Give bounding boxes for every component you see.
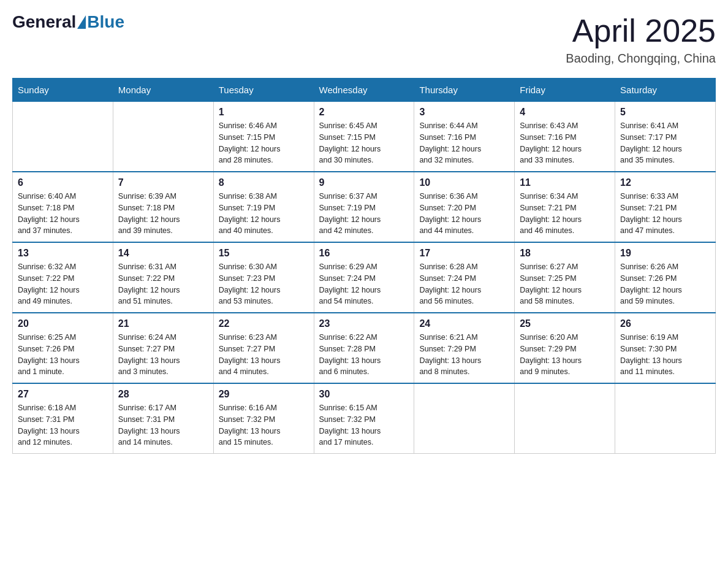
weekday-header-tuesday: Tuesday — [213, 79, 314, 102]
day-info: Sunrise: 6:37 AM Sunset: 7:19 PM Dayligh… — [319, 191, 409, 237]
day-info: Sunrise: 6:21 AM Sunset: 7:29 PM Dayligh… — [419, 332, 509, 378]
calendar-cell: 24Sunrise: 6:21 AM Sunset: 7:29 PM Dayli… — [414, 313, 515, 383]
day-number: 18 — [520, 248, 610, 259]
day-number: 17 — [419, 248, 509, 259]
calendar-cell: 7Sunrise: 6:39 AM Sunset: 7:18 PM Daylig… — [113, 172, 213, 242]
day-number: 13 — [18, 248, 108, 259]
day-info: Sunrise: 6:38 AM Sunset: 7:19 PM Dayligh… — [219, 191, 309, 237]
day-info: Sunrise: 6:40 AM Sunset: 7:18 PM Dayligh… — [18, 191, 108, 237]
logo-blue-text: Blue — [87, 12, 124, 32]
calendar-cell: 13Sunrise: 6:32 AM Sunset: 7:22 PM Dayli… — [13, 242, 113, 313]
month-title: April 2025 — [566, 12, 716, 49]
calendar-cell: 25Sunrise: 6:20 AM Sunset: 7:29 PM Dayli… — [515, 313, 615, 383]
logo: General Blue — [12, 12, 124, 32]
day-info: Sunrise: 6:28 AM Sunset: 7:24 PM Dayligh… — [419, 261, 509, 307]
day-number: 4 — [520, 107, 610, 118]
calendar-cell — [515, 383, 615, 454]
day-number: 19 — [620, 248, 710, 259]
calendar-cell: 20Sunrise: 6:25 AM Sunset: 7:26 PM Dayli… — [13, 313, 113, 383]
day-number: 30 — [319, 389, 409, 400]
day-info: Sunrise: 6:24 AM Sunset: 7:27 PM Dayligh… — [118, 332, 208, 378]
day-info: Sunrise: 6:17 AM Sunset: 7:31 PM Dayligh… — [118, 402, 208, 448]
day-number: 7 — [118, 177, 208, 188]
weekday-header-monday: Monday — [113, 79, 213, 102]
calendar-cell: 5Sunrise: 6:41 AM Sunset: 7:17 PM Daylig… — [615, 102, 716, 172]
calendar-cell: 11Sunrise: 6:34 AM Sunset: 7:21 PM Dayli… — [515, 172, 615, 242]
location-label: Baoding, Chongqing, China — [566, 52, 716, 66]
calendar-cell: 2Sunrise: 6:45 AM Sunset: 7:15 PM Daylig… — [314, 102, 414, 172]
calendar-cell — [414, 383, 515, 454]
calendar-cell: 1Sunrise: 6:46 AM Sunset: 7:15 PM Daylig… — [213, 102, 314, 172]
weekday-header-saturday: Saturday — [615, 79, 716, 102]
calendar-header-row: SundayMondayTuesdayWednesdayThursdayFrid… — [13, 79, 716, 102]
day-info: Sunrise: 6:23 AM Sunset: 7:27 PM Dayligh… — [219, 332, 309, 378]
day-info: Sunrise: 6:33 AM Sunset: 7:21 PM Dayligh… — [620, 191, 710, 237]
calendar-week-row: 20Sunrise: 6:25 AM Sunset: 7:26 PM Dayli… — [13, 313, 716, 383]
weekday-header-sunday: Sunday — [13, 79, 113, 102]
calendar-week-row: 13Sunrise: 6:32 AM Sunset: 7:22 PM Dayli… — [13, 242, 716, 313]
day-number: 22 — [219, 318, 309, 329]
day-info: Sunrise: 6:15 AM Sunset: 7:32 PM Dayligh… — [319, 402, 409, 448]
calendar-cell: 4Sunrise: 6:43 AM Sunset: 7:16 PM Daylig… — [515, 102, 615, 172]
day-info: Sunrise: 6:43 AM Sunset: 7:16 PM Dayligh… — [520, 120, 610, 166]
calendar-cell: 21Sunrise: 6:24 AM Sunset: 7:27 PM Dayli… — [113, 313, 213, 383]
day-number: 27 — [18, 389, 108, 400]
calendar-cell: 16Sunrise: 6:29 AM Sunset: 7:24 PM Dayli… — [314, 242, 414, 313]
day-number: 21 — [118, 318, 208, 329]
calendar-table: SundayMondayTuesdayWednesdayThursdayFrid… — [12, 78, 716, 454]
day-number: 20 — [18, 318, 108, 329]
calendar-cell: 10Sunrise: 6:36 AM Sunset: 7:20 PM Dayli… — [414, 172, 515, 242]
day-number: 25 — [520, 318, 610, 329]
day-number: 24 — [419, 318, 509, 329]
calendar-cell: 27Sunrise: 6:18 AM Sunset: 7:31 PM Dayli… — [13, 383, 113, 454]
weekday-header-wednesday: Wednesday — [314, 79, 414, 102]
title-section: April 2025 Baoding, Chongqing, China — [566, 12, 716, 66]
day-number: 14 — [118, 248, 208, 259]
calendar-week-row: 27Sunrise: 6:18 AM Sunset: 7:31 PM Dayli… — [13, 383, 716, 454]
calendar-cell — [13, 102, 113, 172]
calendar-cell: 6Sunrise: 6:40 AM Sunset: 7:18 PM Daylig… — [13, 172, 113, 242]
calendar-cell — [113, 102, 213, 172]
calendar-cell: 14Sunrise: 6:31 AM Sunset: 7:22 PM Dayli… — [113, 242, 213, 313]
day-info: Sunrise: 6:25 AM Sunset: 7:26 PM Dayligh… — [18, 332, 108, 378]
day-info: Sunrise: 6:19 AM Sunset: 7:30 PM Dayligh… — [620, 332, 710, 378]
day-info: Sunrise: 6:16 AM Sunset: 7:32 PM Dayligh… — [219, 402, 309, 448]
calendar-cell — [615, 383, 716, 454]
day-info: Sunrise: 6:26 AM Sunset: 7:26 PM Dayligh… — [620, 261, 710, 307]
day-info: Sunrise: 6:41 AM Sunset: 7:17 PM Dayligh… — [620, 120, 710, 166]
calendar-cell: 8Sunrise: 6:38 AM Sunset: 7:19 PM Daylig… — [213, 172, 314, 242]
day-info: Sunrise: 6:32 AM Sunset: 7:22 PM Dayligh… — [18, 261, 108, 307]
day-number: 29 — [219, 389, 309, 400]
day-number: 12 — [620, 177, 710, 188]
day-info: Sunrise: 6:22 AM Sunset: 7:28 PM Dayligh… — [319, 332, 409, 378]
day-number: 2 — [319, 107, 409, 118]
calendar-week-row: 6Sunrise: 6:40 AM Sunset: 7:18 PM Daylig… — [13, 172, 716, 242]
day-number: 8 — [219, 177, 309, 188]
day-info: Sunrise: 6:45 AM Sunset: 7:15 PM Dayligh… — [319, 120, 409, 166]
weekday-header-thursday: Thursday — [414, 79, 515, 102]
day-number: 6 — [18, 177, 108, 188]
day-number: 16 — [319, 248, 409, 259]
day-info: Sunrise: 6:34 AM Sunset: 7:21 PM Dayligh… — [520, 191, 610, 237]
day-info: Sunrise: 6:46 AM Sunset: 7:15 PM Dayligh… — [219, 120, 309, 166]
calendar-cell: 23Sunrise: 6:22 AM Sunset: 7:28 PM Dayli… — [314, 313, 414, 383]
calendar-cell: 26Sunrise: 6:19 AM Sunset: 7:30 PM Dayli… — [615, 313, 716, 383]
day-number: 11 — [520, 177, 610, 188]
day-number: 3 — [419, 107, 509, 118]
logo-general-text: General — [12, 12, 76, 32]
day-number: 28 — [118, 389, 208, 400]
day-info: Sunrise: 6:18 AM Sunset: 7:31 PM Dayligh… — [18, 402, 108, 448]
day-number: 9 — [319, 177, 409, 188]
day-number: 26 — [620, 318, 710, 329]
calendar-cell: 22Sunrise: 6:23 AM Sunset: 7:27 PM Dayli… — [213, 313, 314, 383]
calendar-cell: 12Sunrise: 6:33 AM Sunset: 7:21 PM Dayli… — [615, 172, 716, 242]
calendar-cell: 9Sunrise: 6:37 AM Sunset: 7:19 PM Daylig… — [314, 172, 414, 242]
calendar-week-row: 1Sunrise: 6:46 AM Sunset: 7:15 PM Daylig… — [13, 102, 716, 172]
calendar-cell: 30Sunrise: 6:15 AM Sunset: 7:32 PM Dayli… — [314, 383, 414, 454]
calendar-cell: 19Sunrise: 6:26 AM Sunset: 7:26 PM Dayli… — [615, 242, 716, 313]
weekday-header-friday: Friday — [515, 79, 615, 102]
day-info: Sunrise: 6:31 AM Sunset: 7:22 PM Dayligh… — [118, 261, 208, 307]
calendar-cell: 17Sunrise: 6:28 AM Sunset: 7:24 PM Dayli… — [414, 242, 515, 313]
day-info: Sunrise: 6:36 AM Sunset: 7:20 PM Dayligh… — [419, 191, 509, 237]
page-header: General Blue April 2025 Baoding, Chongqi… — [12, 12, 716, 66]
